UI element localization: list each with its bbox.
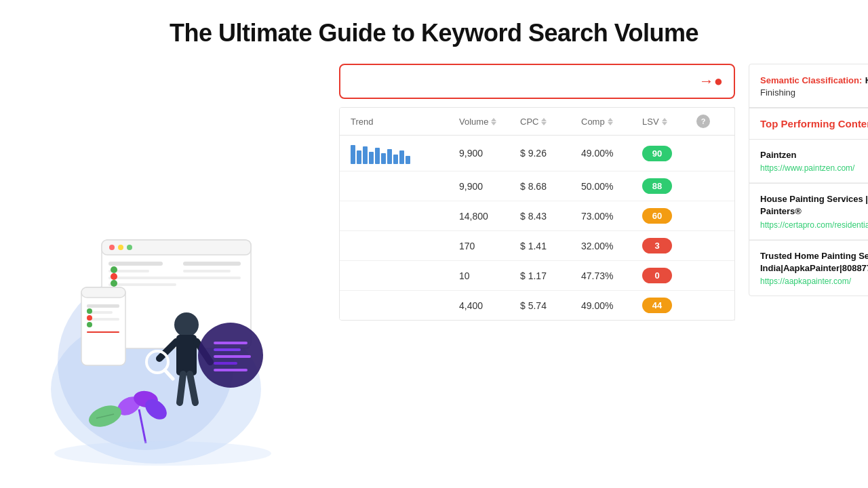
table-row: 4,400 $ 5.74 49.00% 44: [340, 291, 734, 320]
svg-rect-38: [214, 362, 237, 365]
col-lsv[interactable]: LSV: [642, 115, 696, 128]
volume-cell: 170: [459, 241, 520, 251]
illustration-section: [68, 64, 326, 477]
svg-rect-16: [183, 277, 241, 279]
right-panel-section: Semantic Classification: Home & G Finish…: [749, 64, 868, 477]
semantic-label: Semantic Classification:: [760, 75, 862, 85]
lsv-cell: 3: [642, 238, 696, 253]
svg-rect-7: [108, 262, 163, 266]
volume-cell: 10: [459, 270, 520, 281]
table-row: 9,900 $ 9.26 49.00% 90: [340, 136, 734, 171]
comp-cell: 32.00%: [581, 241, 642, 251]
content-item: Paintzen https://www.paintzen.com/: [749, 140, 868, 183]
table-row: 9,900 $ 8.68 50.00% 88: [340, 171, 734, 201]
table-row: 10 $ 1.17 47.73% 0: [340, 261, 734, 291]
svg-point-23: [87, 315, 92, 321]
svg-line-30: [180, 374, 183, 403]
lsv-cell: 60: [642, 208, 696, 224]
col-comp[interactable]: Comp: [581, 115, 642, 128]
top-content-title: Top Performing Content: [760, 118, 868, 129]
svg-rect-14: [183, 262, 241, 266]
svg-rect-15: [183, 270, 231, 272]
page-title: The Ultimate Guide to Keyword Search Vol…: [0, 0, 868, 64]
svg-rect-18: [81, 287, 125, 298]
comp-cell: 47.73%: [581, 270, 642, 281]
right-panel: Semantic Classification: Home & G Finish…: [749, 64, 868, 296]
cpc-cell: $ 5.74: [520, 300, 581, 311]
col-trend: Trend: [351, 115, 459, 128]
comp-cell: 49.00%: [581, 300, 642, 311]
data-table-wrapper: Trend Volume CPC: [339, 107, 735, 321]
comp-cell: 50.00%: [581, 181, 642, 192]
volume-cell: 9,900: [459, 181, 520, 192]
svg-rect-9: [108, 277, 190, 279]
sort-lsv-icon[interactable]: [662, 118, 667, 125]
lsv-cell: 44: [642, 298, 696, 313]
sort-comp-icon[interactable]: [608, 118, 613, 125]
cpc-cell: $ 8.68: [520, 181, 581, 192]
svg-point-26: [174, 312, 199, 337]
data-table: Trend Volume CPC: [339, 107, 735, 321]
svg-point-6: [127, 245, 132, 250]
table-row: 170 $ 1.41 32.00% 3: [340, 231, 734, 261]
svg-rect-3: [102, 240, 251, 255]
volume-cell: 9,900: [459, 148, 520, 159]
sort-cpc-icon[interactable]: [541, 118, 547, 125]
sort-volume-icon[interactable]: [491, 118, 496, 125]
semantic-value: Home & G: [865, 75, 868, 85]
svg-rect-37: [214, 355, 251, 358]
help-icon[interactable]: ?: [696, 115, 710, 128]
cpc-cell: $ 8.43: [520, 211, 581, 222]
table-section: →● Trend Volume: [339, 64, 735, 477]
search-icon: →●: [699, 73, 723, 90]
comp-cell: 73.00%: [581, 211, 642, 222]
svg-point-22: [87, 308, 92, 314]
lsv-badge: 60: [642, 208, 672, 224]
svg-rect-19: [87, 304, 119, 308]
cpc-cell: $ 1.17: [520, 270, 581, 281]
table-row: 14,800 $ 8.43 73.00% 60: [340, 201, 734, 231]
svg-rect-36: [214, 348, 241, 351]
content-url[interactable]: https://www.paintzen.com/: [760, 163, 868, 173]
svg-rect-39: [214, 369, 248, 371]
content-title: Trusted Home Painting Services in India|…: [760, 250, 868, 274]
search-bar[interactable]: →●: [339, 64, 735, 99]
top-content-header: Top Performing Content: [749, 108, 868, 140]
content-title: Paintzen: [760, 149, 868, 161]
svg-rect-10: [108, 283, 176, 286]
lsv-badge: 88: [642, 178, 672, 194]
svg-point-4: [109, 245, 115, 250]
svg-point-46: [54, 441, 271, 466]
svg-rect-25: [87, 331, 119, 333]
trend-cell: [351, 142, 459, 164]
content-title: House Painting Services | House P... Cer…: [760, 193, 868, 218]
lsv-cell: 90: [642, 146, 696, 161]
content-url[interactable]: https://aapkapainter.com/: [760, 277, 868, 286]
lsv-badge: 3: [642, 238, 672, 253]
volume-cell: 4,400: [459, 300, 520, 311]
content-item: Trusted Home Painting Services in India|…: [749, 241, 868, 296]
cpc-cell: $ 9.26: [520, 148, 581, 159]
semantic-classification: Semantic Classification: Home & G Finish…: [749, 64, 868, 108]
lsv-cell: 88: [642, 178, 696, 194]
svg-point-5: [118, 245, 123, 250]
lsv-badge: 44: [642, 298, 672, 313]
col-volume[interactable]: Volume: [459, 115, 520, 128]
svg-point-11: [111, 266, 117, 273]
cpc-cell: $ 1.41: [520, 241, 581, 251]
comp-cell: 49.00%: [581, 148, 642, 159]
svg-point-13: [111, 280, 117, 287]
content-item: House Painting Services | House P... Cer…: [749, 184, 868, 239]
svg-point-24: [87, 322, 92, 327]
lsv-cell: 0: [642, 268, 696, 283]
volume-cell: 14,800: [459, 211, 520, 222]
semantic-subtitle: Finishing: [760, 87, 868, 98]
col-help[interactable]: ?: [696, 115, 724, 128]
content-url[interactable]: https://certapro.com/residential-pain...: [760, 220, 868, 230]
col-cpc[interactable]: CPC: [520, 115, 581, 128]
svg-point-12: [111, 273, 117, 280]
svg-rect-35: [214, 342, 248, 344]
lsv-badge: 90: [642, 146, 672, 161]
table-header: Trend Volume CPC: [340, 108, 734, 136]
lsv-badge: 0: [642, 268, 672, 283]
